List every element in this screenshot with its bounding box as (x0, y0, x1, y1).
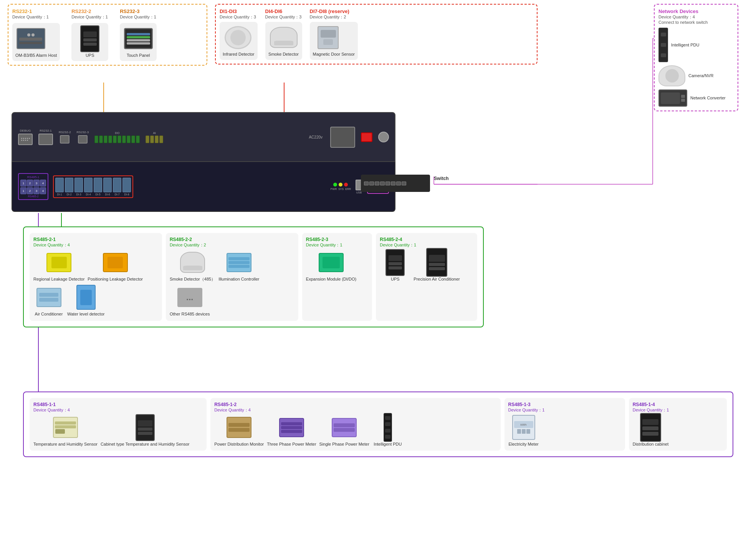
rs485-1-3-qty: Device Quantity：1 (508, 407, 621, 413)
infrared-card: Infrared Detector (220, 22, 258, 60)
infrared-label: Infrared Detector (223, 51, 255, 57)
touch-panel-icon (123, 26, 154, 51)
smoke-485-icon (177, 250, 208, 275)
main-container: RS232-1 Device Quantity：1 OM-B3 (0, 0, 746, 560)
pos-leakage-label: Positioning Leakage Detector (88, 276, 143, 282)
ac-item: Air Conditioner (33, 285, 64, 317)
di-ports-block: DI-1 DI-2 DI-3 DI-4 DI-5 DI-6 (53, 175, 133, 198)
ups-card: UPS (71, 23, 108, 61)
rs232-3-title: RS232-3 (120, 8, 157, 14)
other-rs485-item: ... Other RS485 devices (170, 285, 210, 317)
switch-label: Switch (434, 176, 449, 181)
err-led (344, 183, 348, 187)
rs485-2-2-group: RS485-2-2 Device Quantity：2 Smoke Detect… (166, 233, 298, 321)
rs485-2-hw-label: RS485-2 (20, 195, 46, 198)
1phase-item: Single Phase Power Meter (319, 415, 369, 447)
pos-leakage-icon (100, 250, 131, 275)
water-label: Water level detector (67, 311, 104, 317)
ups2-label: UPS (391, 276, 400, 282)
di4-di6-qty: Device Quantity：3 (265, 14, 302, 20)
elec-meter-label: Electricity Meter (508, 441, 538, 447)
cab-temp-icon (130, 415, 160, 440)
pos-leakage-item: Positioning Leakage Detector (88, 250, 143, 282)
pdu2-icon (372, 415, 403, 440)
rs485-1-2-devices: Power Distribution Monitor Three Phase P… (214, 415, 496, 447)
door-sensor-card: Magnetic Door Sensor (310, 22, 358, 60)
precision-ac-item: Precision Air Conditioner (414, 250, 460, 282)
do-terminals: DO (94, 131, 140, 143)
network-title: Network Devices (658, 8, 734, 14)
3phase-item: Three Phase Power Meter (267, 415, 316, 447)
rs485-2-2-title: RS485-2-2 (170, 237, 294, 242)
di3-port: DI-3 (74, 178, 83, 196)
illum-icon (223, 250, 254, 275)
sw-port-4 (380, 182, 385, 185)
rs485-2-3-group: RS485-2-3 Device Quantity：1 Expansion Mo… (302, 233, 372, 321)
precision-ac-icon (422, 250, 452, 275)
rs485-2-1-title: RS485-2-1 (33, 237, 158, 242)
di4-port: DI-4 (84, 178, 93, 196)
1phase-label: Single Phase Power Meter (319, 441, 369, 447)
rs485-2-section: RS485-2-1 Device Quantity：4 Regional Lea… (23, 226, 484, 327)
rs485-1-4-qty: Device Quantity：1 (633, 407, 723, 413)
power-dist-label: Power Distribution Monitor (214, 441, 264, 447)
net-converter-label: Network Converter (690, 95, 726, 101)
rs485-1-hw-label: RS485-1 (20, 175, 46, 179)
ups-label: UPS (74, 53, 105, 58)
leakage-label: Regional Leakage Detector (33, 276, 84, 282)
camera-label: Camera/NVR (688, 73, 713, 78)
smoke-icon (268, 25, 299, 50)
rs485-2-2-qty: Device Quantity：2 (170, 242, 294, 248)
rs232-1-title: RS232-1 (12, 8, 60, 14)
ups2-icon (380, 250, 410, 275)
switch-ports-row (364, 182, 414, 185)
ac-label: AC220v (309, 135, 323, 139)
sys-led (339, 183, 342, 187)
rs485-2-3-qty: Device Quantity：1 (306, 242, 368, 248)
rs232-2-title: RS232-2 (71, 8, 108, 14)
rs232-3-group: RS232-3 Device Quantity：1 Touch Panel (120, 8, 157, 61)
di4-di6-title: DI4-DI6 (265, 8, 302, 14)
temp-sensor-label: Temperature and Humidity Sensor (33, 441, 98, 447)
power-dist-item: Power Distribution Monitor (214, 415, 264, 447)
alarm-host-icon (15, 26, 46, 51)
power-switch[interactable] (361, 132, 372, 142)
temp-sensor-icon (50, 415, 81, 440)
debug-port-group: DEBUG (18, 129, 33, 145)
rs485-2-1-qty: Device Quantity：4 (33, 242, 158, 248)
rs485-2-3-devices: Expansion Module (DI/DO) (306, 250, 368, 282)
water-item: Water level detector (67, 285, 104, 317)
cab-temp-label: Cabinet type Temperature and Humidity Se… (101, 441, 190, 447)
rs485-1-4-group: RS485-1-4 Device Quantity：1 Distribution… (629, 398, 727, 451)
smoke-485-label: Smoke Detector（485） (170, 276, 215, 282)
hardware-bottom: RS485-1 1 2 3 4 1 2 3 4 RS485-2 DI-1 (12, 162, 395, 212)
precision-ac-label: Precision Air Conditioner (414, 276, 460, 282)
dist-cabinet-item: Distribution cabinet (633, 415, 669, 447)
smoke-card: Smoke Detector (265, 22, 302, 60)
rs485-1-hw-block: RS485-1 1 2 3 4 1 2 3 4 RS485-2 (18, 173, 48, 200)
rs485-2-4-group: RS485-2-4 Device Quantity：1 UPS (376, 233, 477, 321)
rs485-1-2-title: RS485-1-2 (214, 402, 496, 407)
network-qty: Device Quantity：4 (658, 14, 734, 20)
rs485-1-3-devices: kWh Electricity Meter (508, 415, 621, 447)
rs485-2-4-qty: Device Quantity：1 (380, 242, 473, 248)
sw-port-7 (396, 182, 401, 185)
pwr-led (333, 183, 337, 187)
other-rs485-label: Other RS485 devices (170, 311, 210, 317)
rs485-1-1-group: RS485-1-1 Device Quantity：4 Temperature … (30, 398, 207, 451)
dist-cabinet-label: Distribution cabinet (633, 441, 669, 447)
hardware-top: DEBUG (12, 112, 395, 162)
rs485-1-4-devices: Distribution cabinet (633, 415, 723, 447)
rs232-3-port: RS232-3 (77, 131, 89, 144)
rs232-3-qty: Device Quantity：1 (120, 14, 157, 20)
smoke-label: Smoke Detector (268, 51, 299, 57)
3phase-icon (276, 415, 307, 440)
rs485-1-1-title: RS485-1-1 (33, 402, 203, 407)
di7-port: DI-7 (113, 178, 121, 196)
expansion-icon (316, 250, 347, 275)
pdu2-label: Intelligent PDU (374, 441, 402, 447)
di-section: DI1-DI3 Device Quantity：3 Infrared Detec… (215, 4, 538, 64)
pdu-net-label: Intelligent PDU (671, 42, 699, 48)
di1-di3-group: DI1-DI3 Device Quantity：3 Infrared Detec… (220, 8, 258, 60)
net-converter-item: Network Converter (658, 89, 734, 107)
